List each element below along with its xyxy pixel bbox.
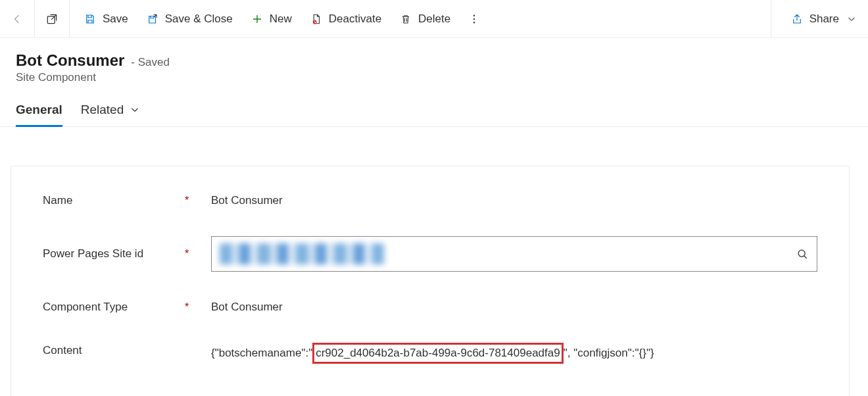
content-suffix: ", "configjson":"{}"} — [564, 347, 654, 359]
site-id-lookup[interactable] — [211, 236, 817, 272]
new-button[interactable]: New — [242, 7, 301, 31]
field-component-type-value[interactable]: Bot Consumer — [211, 301, 817, 314]
tab-related-label: Related — [81, 103, 124, 117]
popout-icon — [45, 12, 59, 26]
deactivate-button[interactable]: Deactivate — [301, 7, 391, 31]
deactivate-label: Deactivate — [329, 12, 381, 26]
tab-general-label: General — [16, 103, 62, 117]
field-component-type-label: Component Type — [43, 301, 174, 314]
delete-label: Delete — [418, 12, 450, 26]
required-indicator: * — [185, 301, 201, 313]
field-name: Name * Bot Consumer — [43, 187, 817, 214]
field-name-value[interactable]: Bot Consumer — [211, 194, 817, 207]
trash-icon — [400, 13, 412, 25]
field-name-label: Name — [43, 194, 174, 207]
share-button[interactable]: Share — [782, 7, 860, 31]
save-close-button[interactable]: Save & Close — [137, 7, 242, 31]
save-label: Save — [103, 12, 128, 26]
save-close-icon — [147, 13, 158, 25]
plus-icon — [251, 13, 263, 25]
content-prefix: {"botschemaname":" — [211, 347, 312, 359]
tab-related[interactable]: Related — [81, 97, 141, 127]
command-bar: Save Save & Close New Deactivate Delete — [0, 0, 868, 38]
saved-status: - Saved — [131, 56, 170, 69]
content-highlight: cr902_d4064b2a-b7ab-499a-9c6d-781409eadf… — [312, 343, 564, 364]
svg-point-4 — [473, 22, 475, 23]
save-close-label: Save & Close — [165, 12, 233, 26]
arrow-left-icon — [11, 12, 24, 26]
new-label: New — [270, 12, 292, 26]
delete-button[interactable]: Delete — [391, 7, 460, 31]
svg-point-5 — [798, 250, 805, 257]
field-site-id: Power Pages Site id * — [43, 236, 817, 272]
share-label: Share — [809, 12, 839, 26]
tab-strip: General Related — [0, 84, 868, 127]
form-scroll-region[interactable]: Name * Bot Consumer Power Pages Site id … — [0, 153, 868, 396]
form-card: Name * Bot Consumer Power Pages Site id … — [11, 166, 850, 396]
entity-subtitle: Site Component — [16, 71, 852, 84]
back-button[interactable] — [0, 0, 35, 37]
field-component-type: Component Type * Bot Consumer — [43, 294, 817, 320]
more-vertical-icon — [468, 13, 480, 25]
chevron-down-icon — [129, 104, 141, 116]
field-site-id-label: Power Pages Site id — [43, 247, 174, 260]
save-icon — [84, 13, 96, 25]
field-content-value[interactable]: {"botschemaname":"cr902_d4064b2a-b7ab-49… — [211, 343, 817, 364]
record-header: Bot Consumer - Saved Site Component — [0, 38, 868, 84]
required-indicator: * — [185, 248, 201, 260]
chevron-down-icon — [846, 13, 857, 25]
redacted-value — [220, 243, 384, 264]
deactivate-icon — [310, 13, 322, 25]
overflow-button[interactable] — [464, 9, 485, 30]
share-icon — [791, 13, 803, 25]
required-indicator: * — [185, 195, 201, 207]
field-content-label: Content — [43, 343, 174, 357]
field-content: Content {"botschemaname":"cr902_d4064b2a… — [43, 343, 817, 369]
svg-point-2 — [473, 14, 475, 16]
tab-general[interactable]: General — [16, 97, 62, 127]
search-icon[interactable] — [796, 247, 809, 260]
popout-button[interactable] — [35, 0, 70, 37]
page-title: Bot Consumer — [16, 51, 124, 70]
save-button[interactable]: Save — [75, 7, 137, 31]
svg-point-3 — [473, 18, 475, 19]
